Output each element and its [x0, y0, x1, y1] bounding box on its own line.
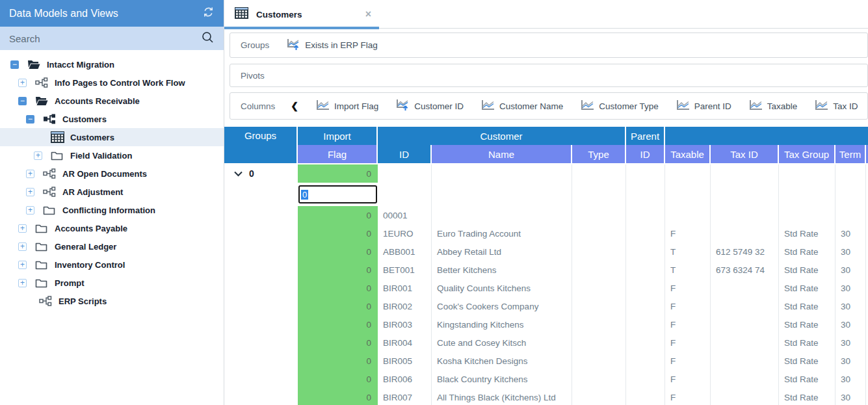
- cell-name[interactable]: Kingstanding Kitchens: [432, 315, 572, 333]
- cell-tax-group[interactable]: Std Rate: [779, 297, 835, 315]
- tree-item-prompt[interactable]: +Prompt: [0, 274, 224, 292]
- cell-flag[interactable]: 0: [298, 352, 378, 370]
- cell-tax-id[interactable]: [711, 164, 779, 183]
- cell-taxable[interactable]: [665, 164, 711, 183]
- close-icon[interactable]: ×: [365, 8, 371, 20]
- cell-group[interactable]: [224, 279, 298, 297]
- cell-name[interactable]: Quality Counts Kitchens: [432, 279, 572, 297]
- cell-name[interactable]: [432, 183, 572, 206]
- cell-id[interactable]: [378, 164, 432, 183]
- header-import[interactable]: Import: [298, 127, 378, 145]
- cell-type[interactable]: [572, 279, 626, 297]
- cell-group[interactable]: [224, 224, 298, 242]
- pivots-bar[interactable]: Pivots: [230, 64, 868, 87]
- cell-term[interactable]: 30: [835, 370, 866, 388]
- subheader-tax-group[interactable]: Tax Group: [779, 145, 835, 163]
- field-chip-customer-id[interactable]: Customer ID: [395, 99, 464, 113]
- cell-parent-id[interactable]: [626, 261, 665, 279]
- subheader-taxable[interactable]: Taxable: [665, 145, 711, 163]
- cell-tax-group[interactable]: Std Rate: [779, 261, 835, 279]
- cell-term[interactable]: 30: [835, 297, 866, 315]
- expand-toggle-icon[interactable]: +: [34, 151, 42, 160]
- cell-id[interactable]: 00001: [378, 206, 432, 224]
- cell-tax-id[interactable]: [711, 352, 779, 370]
- cell-group[interactable]: [224, 261, 298, 279]
- subheader-name[interactable]: Name: [432, 145, 572, 163]
- cell-tax-id[interactable]: [711, 333, 779, 352]
- cell-term[interactable]: 30: [835, 315, 866, 333]
- tree-item-conflicting-information[interactable]: +Conflicting Information: [0, 201, 224, 219]
- cell-tax-id[interactable]: [711, 315, 779, 333]
- cell-tax-id[interactable]: [711, 224, 779, 242]
- tree-item-erp-scripts[interactable]: ERP Scripts: [0, 292, 224, 310]
- field-chip-tax-id[interactable]: Tax ID: [814, 99, 858, 113]
- search-bar[interactable]: [0, 27, 224, 50]
- cell-id[interactable]: BIR006: [378, 370, 432, 388]
- cell-tax-group[interactable]: Std Rate: [779, 279, 835, 297]
- cell-parent-id[interactable]: [626, 333, 665, 352]
- field-chip-exists-in-erp-flag[interactable]: Exists in ERP Flag: [286, 38, 378, 53]
- cell-tax-id[interactable]: 612 5749 32: [711, 242, 779, 261]
- cell-parent-id[interactable]: [626, 242, 665, 261]
- subheader-term[interactable]: Term: [835, 145, 866, 163]
- cell-taxable[interactable]: F: [665, 388, 711, 405]
- expand-toggle-icon[interactable]: +: [18, 261, 27, 269]
- subheader-flag[interactable]: Flag: [298, 145, 378, 163]
- cell-tax-group[interactable]: Std Rate: [779, 315, 835, 333]
- cell-group[interactable]: [224, 242, 298, 261]
- cell-name[interactable]: All Things Black (Kitchens) Ltd: [432, 388, 572, 405]
- cell-group[interactable]: [224, 352, 298, 370]
- cell-taxable[interactable]: F: [665, 370, 711, 388]
- tree-item-intacct-migration[interactable]: −Intacct Migration: [0, 55, 224, 73]
- cell-type[interactable]: [572, 206, 626, 224]
- subheader-parent-id[interactable]: ID: [626, 145, 665, 163]
- expand-toggle-icon[interactable]: +: [26, 188, 34, 196]
- field-chip-taxable[interactable]: Taxable: [748, 99, 798, 113]
- chevron-down-icon[interactable]: [233, 170, 243, 177]
- cell-type[interactable]: [572, 352, 626, 370]
- cell-name[interactable]: Better Kitchens: [432, 261, 572, 279]
- tree-item-field-validation[interactable]: +Field Validation: [0, 146, 224, 164]
- tree-item-info-pages-to-control-work-flow[interactable]: +Info Pages to Control Work Flow: [0, 73, 224, 92]
- cell-type[interactable]: [572, 261, 626, 279]
- cell-term[interactable]: [835, 206, 866, 224]
- cell-id[interactable]: BIR003: [378, 315, 432, 333]
- cell-id[interactable]: BIR007: [378, 388, 432, 405]
- cell-id[interactable]: BIR002: [378, 297, 432, 315]
- cell-flag[interactable]: 0: [298, 206, 378, 224]
- cell-parent-id[interactable]: [626, 183, 665, 206]
- cell-term[interactable]: 30: [835, 224, 866, 242]
- expand-toggle-icon[interactable]: +: [26, 206, 34, 215]
- cell-id[interactable]: BET001: [378, 261, 432, 279]
- field-chip-parent-id[interactable]: Parent ID: [676, 99, 731, 113]
- cell-taxable[interactable]: F: [665, 279, 711, 297]
- cell-tax-id[interactable]: [711, 388, 779, 405]
- cell-editor[interactable]: 0: [298, 185, 377, 203]
- expand-toggle-icon[interactable]: +: [18, 279, 27, 287]
- cell-type[interactable]: [572, 388, 626, 405]
- cell-id[interactable]: [378, 183, 432, 206]
- cell-term[interactable]: 30: [835, 279, 866, 297]
- subheader-type[interactable]: Type: [572, 145, 626, 163]
- cell-tax-id[interactable]: [711, 370, 779, 388]
- cell-group[interactable]: [224, 297, 298, 315]
- cell-flag[interactable]: 0: [298, 388, 378, 405]
- tree-item-customers[interactable]: Customers: [0, 128, 224, 146]
- collapse-toggle-icon[interactable]: −: [10, 60, 19, 69]
- cell-taxable[interactable]: F: [665, 333, 711, 352]
- cell-term[interactable]: [835, 164, 866, 183]
- cell-id[interactable]: 1EURO: [378, 224, 432, 242]
- cell-term[interactable]: [835, 183, 866, 206]
- cell-taxable[interactable]: F: [665, 224, 711, 242]
- cell-flag[interactable]: 0: [298, 279, 378, 297]
- cell-name[interactable]: [432, 206, 572, 224]
- cell-parent-id[interactable]: [626, 164, 665, 183]
- cell-taxable[interactable]: [665, 206, 711, 224]
- cell-id[interactable]: BIR004: [378, 333, 432, 352]
- field-chip-import-flag[interactable]: Import Flag: [315, 99, 378, 113]
- cell-group[interactable]: [224, 370, 298, 388]
- tree-item-ar-adjustment[interactable]: +AR Adjustment: [0, 183, 224, 201]
- cell-tax-group[interactable]: Std Rate: [779, 352, 835, 370]
- cell-tax-id[interactable]: 673 6324 74: [711, 261, 779, 279]
- cell-parent-id[interactable]: [626, 352, 665, 370]
